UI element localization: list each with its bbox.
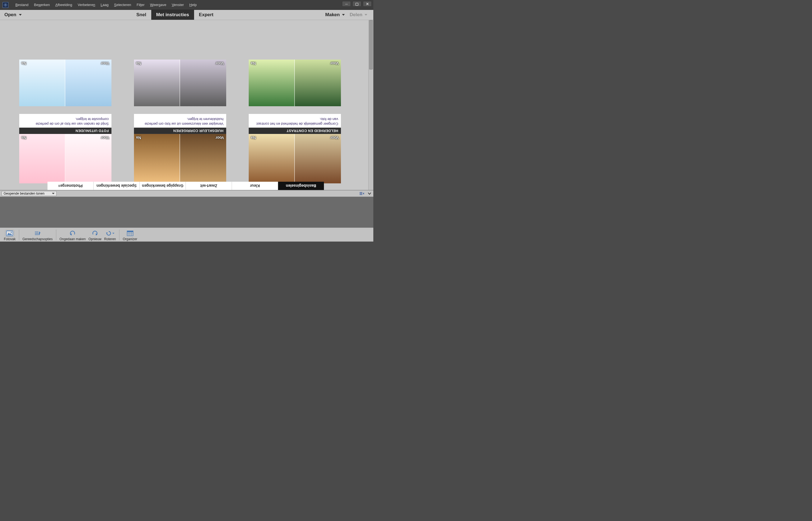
delen-label: Delen [350,12,362,18]
open-files-bar: Geopende bestanden tonen [0,190,373,197]
after-label: Na [21,136,26,140]
scrollbar[interactable] [368,20,373,190]
before-label: Voor [216,61,224,66]
ongedaan-maken-button[interactable]: Ongedaan maken [59,230,87,241]
fotovak-button[interactable]: Fotovak [3,230,17,241]
svg-marker-8 [7,233,12,235]
chevron-down-icon[interactable] [367,191,372,196]
toolbar-row: Open Snel Met instructies Expert Maken D… [0,10,373,20]
fotovak-label: Fotovak [4,237,16,241]
open-button[interactable]: Open [0,10,26,20]
card-desc: Corrigeer gemakkelijk de helderheid en h… [249,114,341,128]
open-label: Open [4,12,16,18]
tab-expert[interactable]: Expert [194,10,219,20]
after-label: Na [21,61,26,66]
card-thumb: Voor Na [249,60,341,106]
scrollbar-thumb[interactable] [369,20,373,69]
guided-card[interactable]: Voor Na [249,60,341,106]
photo-bin [0,197,373,228]
open-files-label: Geopende bestanden tonen [4,191,44,196]
undo-icon [68,230,77,236]
bottom-panel: Fotovak Gereedschapsopties Ongedaan make… [0,228,373,242]
before-label: Voor [101,61,109,66]
menu-verbeteren[interactable]: Verbeteren [75,2,98,7]
menu-laag[interactable]: Laag [98,2,111,7]
guided-tab-photomerge[interactable]: Photomerge® [47,182,93,190]
card-title: HELDERHEID EN CONTRAST [249,128,341,134]
guided-tab-zwartwit[interactable]: Zwart-wit [185,182,232,190]
card-thumb: Voor Na [134,60,226,106]
guided-tab-basisbeginselen[interactable]: Basisbeginselen [278,182,324,190]
menu-afbeelding[interactable]: Afbeelding [53,2,75,7]
open-files-dropdown[interactable]: Geopende bestanden tonen [2,191,57,196]
card-thumb: Voor Na [19,134,111,183]
app-icon [2,2,9,8]
mode-tabs: Snel Met instructies Expert [132,10,219,20]
list-view-icon[interactable] [360,191,364,196]
window-controls: ─ ▢ ✕ [342,1,372,6]
guided-card[interactable]: Voor Na [19,60,111,106]
ongedaan-label: Ongedaan maken [60,237,86,241]
menu-filter[interactable]: Filter [134,2,148,7]
guided-card[interactable]: Voor Na HUIDSKLEUR CORRIGEREN Verwijder … [134,114,226,183]
chevron-down-icon [342,14,345,16]
menu-bestand[interactable]: Bestand [13,2,31,7]
guided-tab-kleur[interactable]: Kleur [232,182,278,190]
chevron-down-icon [19,14,22,16]
opnieuw-label: Opnieuw [88,237,101,241]
before-label: Voor [330,136,339,140]
options-icon [33,230,42,236]
minimize-button[interactable]: ─ [342,1,351,6]
svg-point-9 [11,232,12,233]
before-label: Voor [216,136,224,140]
tab-met-instructies[interactable]: Met instructies [151,10,194,20]
svg-point-2 [5,4,6,5]
card-desc: Snijd de randen van uw foto af om de per… [19,114,111,128]
before-label: Voor [330,61,339,66]
gereedschapsopties-label: Gereedschapsopties [23,237,53,241]
tab-snel[interactable]: Snel [132,10,151,20]
guided-content: Voor Na HELDERHEID EN CONTRAST Corrigeer… [0,20,373,190]
card-thumb: Voor Na [134,134,226,183]
organizer-button[interactable]: Organizer [121,230,138,241]
maximize-button[interactable]: ▢ [353,1,361,6]
grid-icon [126,230,135,236]
card-title: HUIDSKLEUR CORRIGEREN [134,128,226,134]
chevron-down-icon [364,14,367,16]
guided-card[interactable]: Voor Na [134,60,226,106]
close-button[interactable]: ✕ [363,1,372,6]
after-label: Na [251,136,256,140]
opnieuw-button[interactable]: Opnieuw [87,230,103,241]
menu-weergave[interactable]: Weergave [148,2,169,7]
menu-venster[interactable]: Venster [169,2,187,7]
guided-tab-grappige[interactable]: Grappige bewerkingen [139,182,185,190]
card-desc: Verwijder een kleurzweem uit uw foto om … [134,114,226,128]
roteren-button[interactable]: Roteren [103,230,117,241]
maken-button[interactable]: Maken [324,12,346,18]
gereedschapsopties-button[interactable]: Gereedschapsopties [21,230,54,241]
menu-selecteren[interactable]: Selecteren [111,2,134,7]
after-label: Na [251,61,256,66]
guided-card[interactable]: Voor Na HELDERHEID EN CONTRAST Corrigeer… [249,114,341,183]
menu-bewerken[interactable]: Bewerken [31,2,53,7]
svg-marker-6 [363,192,364,195]
after-label: Na [136,136,141,140]
svg-rect-7 [6,231,13,236]
guided-category-tabs: Basisbeginselen Kleur Zwart-wit Grappige… [47,182,324,190]
guided-tab-speciale[interactable]: Speciale bewerkingen [93,182,139,190]
svg-rect-17 [127,231,133,232]
delen-button[interactable]: Delen [348,12,369,18]
roteren-label: Roteren [104,237,116,241]
card-thumb: Voor Na [19,60,111,106]
chevron-down-icon [112,233,114,234]
guided-card[interactable]: Voor Na FOTO UITSNIJDEN Snijd de randen … [19,114,111,183]
before-label: Voor [101,136,109,140]
maken-label: Maken [325,12,340,18]
rotate-icon [106,230,114,236]
organizer-label: Organizer [123,237,137,241]
card-title: FOTO UITSNIJDEN [19,128,111,134]
menu-bar: Bestand Bewerken Afbeelding Verbeteren L… [0,0,373,10]
after-label: Na [136,61,141,66]
menu-help[interactable]: Help [187,2,200,7]
image-icon [5,230,14,236]
